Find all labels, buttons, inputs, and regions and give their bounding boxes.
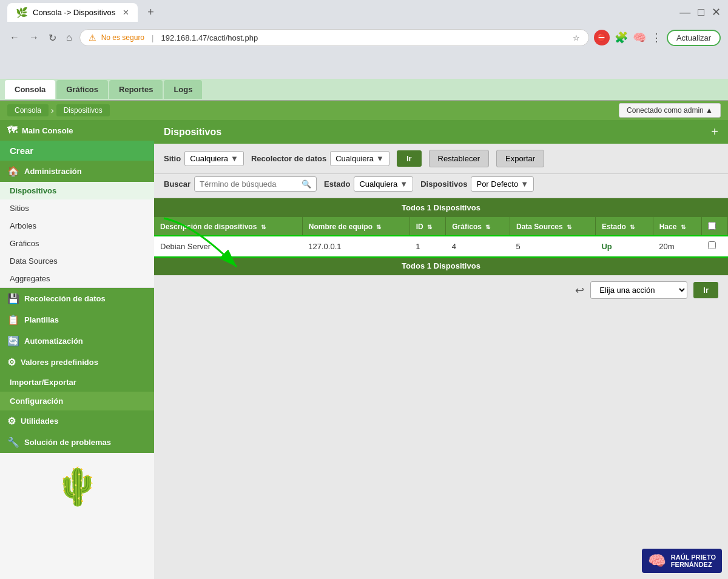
sitio-label: Sitio [164, 154, 181, 163]
sidebar: 🗺 Main Console Crear 🏠 Administración Di… [0, 120, 154, 579]
sidebar-item-sitios[interactable]: Sitios [0, 199, 154, 217]
sidebar-importar[interactable]: Importar/Exportar [0, 373, 154, 392]
col-estado[interactable]: Estado ⇅ [595, 217, 653, 236]
sort-datasources-icon: ⇅ [567, 224, 571, 230]
col-nombre[interactable]: Nombre de equipo ⇅ [302, 217, 410, 236]
cell-nombre: 127.0.0.1 [302, 236, 410, 256]
sidebar-main-console[interactable]: 🗺 Main Console [0, 120, 154, 141]
sidebar-utilidades[interactable]: ⚙ Utilidades [0, 410, 154, 432]
recolector-arrow-icon: ▼ [376, 154, 384, 163]
breadcrumb-consola[interactable]: Consola [7, 104, 49, 116]
crear-label: Crear [10, 146, 33, 156]
search-input[interactable] [200, 179, 302, 189]
sidebar-crear[interactable]: Crear [0, 141, 154, 161]
table-row[interactable]: Debian Server 127.0.0.1 1 4 5 Up 20m [154, 236, 728, 256]
sitio-select[interactable]: Cualquiera ▼ [184, 151, 244, 166]
tab-reportes[interactable]: Reportes [109, 80, 163, 99]
dispositivos-value: Por Defecto [476, 179, 518, 189]
address-bar[interactable]: ⚠ No es seguro | 192.168.1.47/cacti/host… [79, 29, 589, 46]
maximize-icon[interactable]: □ [698, 6, 704, 19]
stop-button[interactable]: ⛔ [594, 30, 610, 45]
extensions-icon[interactable]: 🧩 [615, 31, 628, 44]
forward-button[interactable]: → [27, 30, 41, 45]
window-controls: — □ ✕ [679, 5, 721, 19]
sidebar-configuracion[interactable]: Configuración [0, 392, 154, 410]
sidebar-item-graficos[interactable]: Gráficos [0, 235, 154, 252]
sidebar-valores[interactable]: ⚙ Valores predefinidos [0, 352, 154, 373]
browser-tab[interactable]: 🌿 Consola -> Dispositivos ✕ [7, 3, 138, 22]
tab-logs[interactable]: Logs [164, 80, 202, 99]
sort-estado-icon: ⇅ [630, 224, 635, 230]
back-button[interactable]: ← [7, 30, 22, 45]
buscar-label: Buscar [164, 179, 190, 189]
brain-extension-icon[interactable]: 🧠 [633, 31, 646, 44]
col-descripcion[interactable]: Descripción de dispositivos ⇅ [154, 217, 302, 236]
add-device-button[interactable]: + [711, 125, 718, 139]
importar-label: Importar/Exportar [10, 378, 76, 387]
sidebar-main-console-label: Main Console [22, 126, 73, 135]
address-url: 192.168.1.47/cacti/host.php [161, 33, 567, 42]
sidebar-solucion[interactable]: 🔧 Solución de problemas [0, 432, 154, 453]
reload-button[interactable]: ↻ [46, 30, 59, 46]
tab-graficos[interactable]: Gráficos [56, 80, 108, 99]
sidebar-admin-group: Dispositivos Sitios Arboles Gráficos Dat… [0, 182, 154, 288]
sitio-value: Cualquiera [190, 154, 228, 163]
sidebar-item-data-sources[interactable]: Data Sources [0, 252, 154, 270]
sidebar-item-aggregates[interactable]: Aggregates [0, 270, 154, 287]
tab-close-btn[interactable]: ✕ [123, 8, 129, 17]
address-warning-text: No es seguro [101, 33, 144, 42]
table-title: Todos 1 Dispositivos [154, 198, 728, 217]
sidebar-automatizacion[interactable]: 🔄 Automatización [0, 330, 154, 352]
sitio-filter-group: Sitio Cualquiera ▼ [164, 151, 244, 166]
breadcrumb-bar: Consola › Dispositivos Conectado como ad… [0, 101, 728, 120]
col-graficos[interactable]: Gráficos ⇅ [446, 217, 510, 236]
dispositivos-filter-label: Dispositivos [420, 179, 467, 189]
sidebar-administracion[interactable]: 🏠 Administración [0, 161, 154, 182]
home-button[interactable]: ⌂ [64, 30, 75, 45]
menu-icon[interactable]: ⋮ [651, 31, 662, 44]
filter-bar: Sitio Cualquiera ▼ Recolector de datos C… [154, 144, 728, 174]
go-button[interactable]: Ir [397, 150, 422, 167]
breadcrumb-dispositivos[interactable]: Dispositivos [56, 104, 110, 116]
action-go-button[interactable]: Ir [693, 282, 718, 298]
cell-graficos: 4 [446, 236, 510, 256]
recolector-filter-group: Recolector de datos Cualquiera ▼ [251, 151, 389, 166]
branding-badge: 🧠 RAÚL PRIETO FERNÁNDEZ [642, 549, 722, 573]
col-checkbox-header[interactable] [702, 217, 728, 236]
row-checkbox[interactable] [708, 241, 716, 249]
sidebar-item-arboles[interactable]: Arboles [0, 217, 154, 235]
col-id[interactable]: ID ⇅ [410, 217, 446, 236]
estado-select[interactable]: Cualquiera ▼ [354, 176, 413, 192]
recolector-label: Recolector de datos [251, 154, 326, 163]
sidebar-item-dispositivos[interactable]: Dispositivos [0, 182, 154, 199]
automatizacion-icon: 🔄 [7, 335, 19, 347]
update-button[interactable]: Actualizar [667, 30, 721, 46]
sidebar-plantillas[interactable]: 📋 Plantillas [0, 309, 154, 330]
reset-button[interactable]: Restablecer [429, 150, 489, 167]
cell-estado: Up [595, 236, 653, 256]
tab-favicon: 🌿 [16, 7, 28, 18]
action-bar: ↩ Elija una acción Ir [154, 275, 728, 305]
sidebar-recoleccion[interactable]: 💾 Recolección de datos [0, 288, 154, 309]
dispositivos-select[interactable]: Por Defecto ▼ [471, 176, 534, 192]
configuracion-label: Configuración [10, 397, 63, 406]
action-select[interactable]: Elija una acción [590, 281, 687, 299]
tab-consola[interactable]: Consola [5, 80, 55, 99]
back-arrow-icon[interactable]: ↩ [575, 284, 584, 297]
minimize-icon[interactable]: — [679, 6, 690, 19]
select-all-checkbox[interactable] [708, 222, 716, 230]
export-button[interactable]: Exportar [496, 150, 544, 167]
bookmark-icon[interactable]: ☆ [573, 33, 580, 42]
sort-graficos-icon: ⇅ [485, 224, 490, 230]
cell-checkbox[interactable] [702, 236, 728, 256]
map-icon: 🗺 [7, 125, 17, 136]
recolector-select[interactable]: Cualquiera ▼ [330, 151, 389, 166]
buscar-filter-group: Buscar 🔍 [164, 176, 317, 192]
cell-data-sources: 5 [510, 236, 595, 256]
branding-brain-icon: 🧠 [648, 552, 666, 569]
col-hace[interactable]: Hace ⇅ [653, 217, 702, 236]
col-data-sources[interactable]: Data Sources ⇅ [510, 217, 595, 236]
cactus-icon: 🌵 [0, 465, 154, 508]
new-tab-button[interactable]: + [143, 4, 159, 21]
close-icon[interactable]: ✕ [712, 5, 721, 19]
